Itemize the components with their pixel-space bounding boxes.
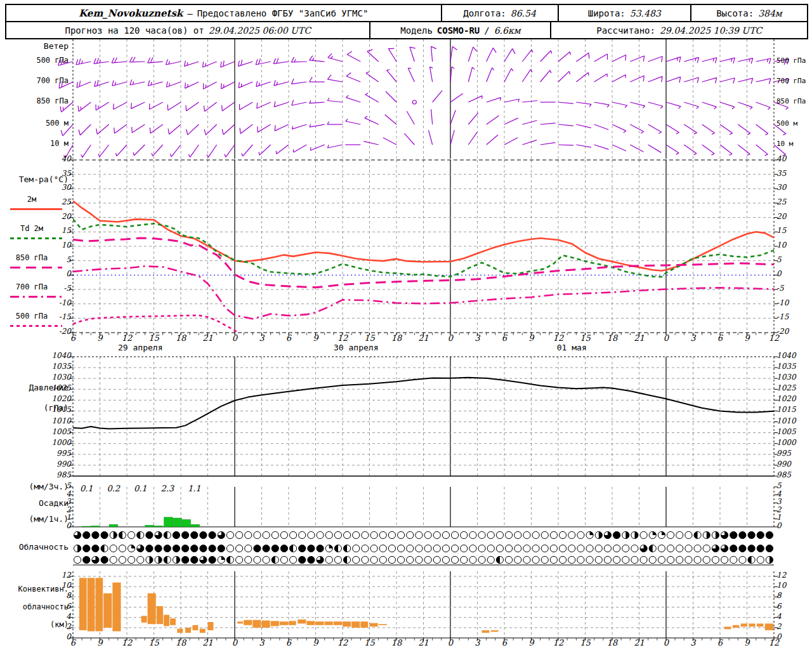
temp-tick-left: 35 xyxy=(46,169,71,178)
hour-label-top: 21 xyxy=(414,334,434,343)
lon-label: Долгота: xyxy=(463,8,506,18)
hour-label-top: 18 xyxy=(171,334,191,343)
conv-tick-right: 12 xyxy=(776,571,794,580)
pressure-tick-right: 1025 xyxy=(776,384,807,392)
temp-tick-right: -10 xyxy=(776,299,802,307)
legend-line-t2m xyxy=(10,208,62,210)
pressure-tick-left: 1020 xyxy=(41,395,71,403)
hour-label-bottom: 0 xyxy=(440,639,461,647)
wind-level-label-500m-right: 500 м xyxy=(776,120,812,128)
precip-tick-right: 0 xyxy=(776,522,789,530)
temp-tick-left: 40 xyxy=(46,155,71,163)
pressure-tick-left: 1010 xyxy=(41,417,71,425)
hour-label-bottom: 21 xyxy=(629,639,650,647)
hour-label-bottom: 15 xyxy=(575,639,596,647)
longitude-cell: Долгота: 86.54 xyxy=(441,5,558,21)
wind-level-label-10m: 10 м xyxy=(0,140,69,148)
precip-tick-left: 0 xyxy=(58,522,71,530)
station-name: Kem_Novokuznetsk xyxy=(79,8,183,19)
hour-label-bottom: 12 xyxy=(548,639,568,647)
hour-label-top: 12 xyxy=(117,334,137,343)
conv-tick-left: 10 xyxy=(53,581,71,590)
conv-tick-right: 4 xyxy=(776,613,794,621)
temp-tick-left: 0 xyxy=(46,270,71,278)
hour-label-bottom: 9 xyxy=(737,639,757,647)
hour-label-bottom: 0 xyxy=(225,639,245,647)
temp-tick-left: 5 xyxy=(46,256,71,264)
precip-3h-value: 0.2 xyxy=(103,484,124,493)
conv-tick-right: 10 xyxy=(776,581,794,590)
wind-level-label-850hpa-right: 850 гПа xyxy=(776,98,812,105)
conv-tick-left: 2 xyxy=(53,623,71,631)
temp-tick-right: 15 xyxy=(776,227,802,235)
temp-tick-right: 35 xyxy=(776,169,802,178)
conv-tick-left: 6 xyxy=(53,602,71,611)
header-row-2: Прогноз на 120 часа(ов) от 29.04.2025 06… xyxy=(6,22,807,38)
hour-label-bottom: 18 xyxy=(171,639,191,647)
temp-tick-right: 5 xyxy=(776,256,802,264)
alt-value: 384м xyxy=(758,8,782,18)
calc-label: Рассчитано: xyxy=(596,25,655,36)
hour-label-top: 9 xyxy=(306,334,326,343)
hour-label-top: 0 xyxy=(656,334,676,343)
latitude-cell: Широта: 53.483 xyxy=(558,5,690,21)
conv-tick-left: 4 xyxy=(53,613,71,621)
hour-label-top: 6 xyxy=(278,334,299,343)
hour-label-top: 18 xyxy=(602,334,622,343)
hour-label-bottom: 3 xyxy=(683,639,704,647)
pressure-tick-right: 985 xyxy=(776,471,807,479)
wind-level-label-700hpa-right: 700 гПа xyxy=(776,77,812,85)
wind-level-label-500hpa: 500 гПа xyxy=(0,56,69,65)
precip-3h-value: 0.1 xyxy=(130,484,150,493)
hour-label-bottom: 6 xyxy=(278,639,299,647)
hour-label-top: 15 xyxy=(360,334,380,343)
header-row-1: Kem_Novokuznetsk — Предоставлено ФГБУ "З… xyxy=(6,5,807,22)
hour-label-top: 9 xyxy=(90,334,110,343)
model-sep: / xyxy=(484,25,489,36)
date-label: 29 апреля xyxy=(112,343,169,352)
wind-level-label-500hpa-right: 500 гПа xyxy=(776,57,812,65)
meteogram: Kem_Novokuznetsk — Предоставлено ФГБУ "З… xyxy=(0,0,812,650)
alt-label: Высота: xyxy=(716,8,754,18)
hour-label-top: 12 xyxy=(548,334,568,343)
hour-label-top: 12 xyxy=(764,334,784,343)
pressure-tick-left: 990 xyxy=(41,460,71,468)
hour-label-top: 9 xyxy=(521,334,542,343)
temp-tick-left: 15 xyxy=(46,227,71,235)
temp-tick-right: 25 xyxy=(776,198,802,206)
wind-level-label-850hpa: 850 гПа xyxy=(0,97,69,105)
hour-label-bottom: 6 xyxy=(710,639,730,647)
hour-label-top: 18 xyxy=(386,334,407,343)
hour-label-top: 0 xyxy=(225,334,245,343)
header: Kem_Novokuznetsk — Предоставлено ФГБУ "З… xyxy=(5,4,808,39)
pressure-tick-left: 995 xyxy=(41,449,71,458)
hour-label-bottom: 9 xyxy=(521,639,542,647)
hour-label-top: 9 xyxy=(737,334,757,343)
temp-tick-left: 20 xyxy=(46,213,71,221)
pressure-tick-right: 1020 xyxy=(776,395,807,403)
temp-tick-left: -10 xyxy=(46,299,71,307)
wind-panel-title: Ветер xyxy=(0,42,69,51)
model-name: COSMO-RU xyxy=(437,25,480,36)
pressure-tick-right: 1040 xyxy=(776,352,807,360)
calc-cell: Рассчитано: 29.04.2025 10:39 UTC xyxy=(550,22,807,38)
pressure-tick-right: 1015 xyxy=(776,406,807,414)
pressure-tick-right: 995 xyxy=(776,449,807,458)
hour-label-top: 3 xyxy=(683,334,704,343)
temp-tick-right: 40 xyxy=(776,155,802,163)
hour-label-top: 6 xyxy=(710,334,730,343)
date-label: 01 мая xyxy=(543,343,600,352)
model-cell: Модель COSMO-RU / 6.6км xyxy=(369,22,550,38)
legend-line-500 xyxy=(10,325,62,327)
hour-label-bottom: 18 xyxy=(386,639,407,647)
temp-tick-right: -15 xyxy=(776,313,802,321)
dash: — xyxy=(187,8,192,18)
hour-label-bottom: 6 xyxy=(63,639,83,647)
hour-label-bottom: 21 xyxy=(414,639,434,647)
temp-tick-left: 30 xyxy=(46,183,71,192)
temp-tick-right: 30 xyxy=(776,183,802,192)
pressure-tick-left: 1005 xyxy=(41,428,71,436)
hour-label-top: 12 xyxy=(332,334,353,343)
hour-label-bottom: 3 xyxy=(468,639,488,647)
temp-tick-left: -5 xyxy=(46,284,71,293)
